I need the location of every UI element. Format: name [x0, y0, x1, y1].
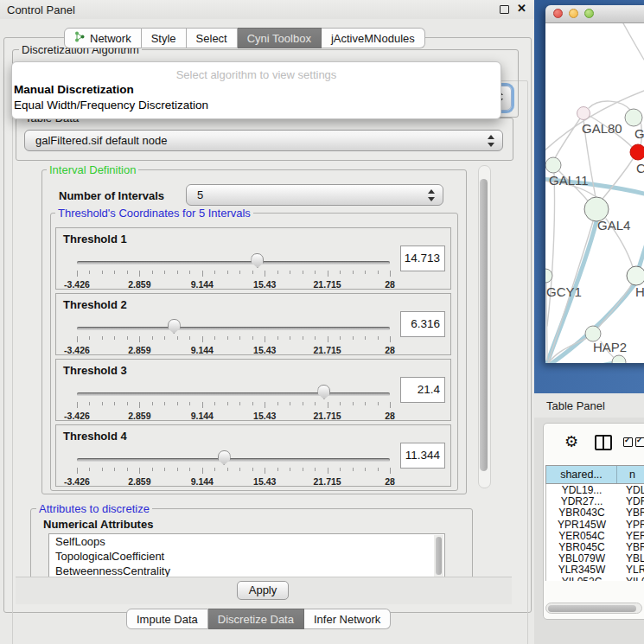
table-row[interactable]: YDL19...YDL1 — [546, 484, 644, 495]
table-data-combo[interactable]: galFiltered.sif default node — [24, 130, 503, 151]
tick-mark — [227, 336, 228, 340]
tab-select[interactable]: Select — [187, 28, 238, 48]
vertical-scrollbar[interactable] — [478, 165, 491, 488]
bottom-node[interactable] — [612, 355, 626, 363]
table-row[interactable]: YBR043CYBR0 — [546, 507, 644, 518]
tab-label: Select — [196, 32, 227, 45]
float-window-icon[interactable] — [500, 5, 509, 14]
table-header-row: shared... n — [545, 465, 644, 484]
table-row[interactable]: YBL079WYBL0 — [546, 552, 644, 564]
threshold-3-panel: Threshold 3-3.4262.8599.14415.4321.71528… — [55, 359, 451, 421]
tick-mark — [277, 468, 278, 471]
h-node[interactable] — [627, 266, 644, 285]
table-row[interactable]: YDR27...YDR2 — [546, 495, 644, 507]
gear-icon[interactable]: ⚙ — [564, 432, 578, 451]
tick-mark — [164, 336, 165, 340]
tick-mark — [127, 402, 128, 405]
threshold-value-field[interactable]: 11.344 — [400, 443, 445, 469]
list-scrollbar[interactable] — [434, 535, 443, 577]
checkbox-icon[interactable] — [623, 437, 633, 447]
threshold-value-field[interactable]: 14.713 — [400, 245, 445, 271]
tick-mark — [239, 402, 240, 405]
slider-thumb[interactable] — [317, 385, 330, 399]
network-canvas[interactable]: GAL80GACGAL11GAL4GCY1HHAP2 — [545, 23, 644, 363]
tab-label: Network — [90, 32, 131, 45]
algorithm-option-manual-discretization[interactable]: Manual Discretization — [14, 83, 499, 96]
gal11-node[interactable] — [545, 157, 561, 173]
slider-thumb[interactable] — [168, 319, 181, 334]
column-header-name[interactable]: n — [617, 466, 644, 483]
network-edge[interactable] — [603, 159, 633, 199]
close-traffic-light-icon[interactable] — [553, 9, 563, 18]
tick-label: 15.43 — [253, 476, 276, 487]
tick-mark — [177, 336, 178, 340]
scrollbar-thumb[interactable] — [480, 179, 488, 471]
close-icon[interactable]: ✕ — [517, 2, 526, 15]
table-row[interactable]: YER054CYER0 — [546, 530, 644, 541]
algorithm-option-equal-width-frequency-discretization[interactable]: Equal Width/Frequency Discretization — [14, 99, 499, 112]
list-item[interactable]: TopologicalCoefficient — [49, 549, 444, 564]
threshold-slider[interactable]: -3.4262.8599.14415.4321.71528 — [77, 448, 390, 488]
tab-infer-network[interactable]: Infer Network — [304, 609, 391, 629]
slider-thumb[interactable] — [251, 253, 264, 268]
tick-mark — [189, 468, 190, 471]
tick-mark — [315, 402, 316, 405]
tick-mark — [152, 336, 153, 340]
node-label: H — [635, 284, 644, 299]
tab-style[interactable]: Style — [142, 28, 187, 48]
tab-label: Cyni Toolbox — [247, 32, 311, 45]
gal80-node[interactable] — [577, 107, 590, 120]
tick-mark — [290, 336, 290, 340]
tab-label: Impute Data — [137, 613, 198, 626]
tab-cyni-toolbox[interactable]: Cyni Toolbox — [238, 28, 322, 48]
red-node[interactable] — [630, 144, 644, 160]
tick-mark — [152, 402, 153, 405]
slider-ticks — [77, 271, 390, 277]
table-row[interactable]: YLR345WYLR3 — [546, 564, 644, 575]
minimize-traffic-light-icon[interactable] — [569, 9, 578, 18]
apply-button[interactable]: Apply — [237, 581, 289, 600]
tick-mark — [214, 468, 215, 471]
slider-tick-labels: -3.4262.8599.14415.4321.71528 — [77, 279, 390, 290]
network-edge[interactable] — [623, 23, 644, 60]
threshold-value-field[interactable]: 6.316 — [400, 311, 445, 337]
tab-jactivemnodules[interactable]: jActiveMNodules — [322, 28, 425, 48]
cell-shared-name: YER054C — [546, 530, 617, 541]
tick-mark — [290, 271, 290, 274]
threshold-slider[interactable]: -3.4262.8599.14415.4321.71528 — [77, 316, 390, 356]
number-of-intervals-spinner[interactable]: 5 — [186, 184, 443, 206]
table-row[interactable]: YPR145WYPR1 — [546, 519, 644, 530]
tick-mark — [390, 402, 391, 408]
table-row[interactable]: YBR045CYBR0 — [546, 541, 644, 552]
numerical-attributes-list[interactable]: SelfLoopsTopologicalCoefficientBetweenne… — [48, 533, 445, 578]
slider-track — [77, 392, 390, 396]
table-row[interactable]: YIL052CYIL0 — [546, 576, 644, 582]
horizontal-scrollbar[interactable] — [545, 603, 642, 614]
tick-mark — [102, 402, 103, 405]
node-label: GCY1 — [546, 284, 582, 299]
network-edge[interactable] — [639, 227, 644, 268]
top-right-node[interactable] — [625, 109, 642, 126]
node-label: GAL11 — [549, 173, 589, 188]
zoom-traffic-light-icon[interactable] — [584, 9, 594, 18]
tab-discretize-data[interactable]: Discretize Data — [208, 609, 304, 629]
tab-network[interactable]: Network — [64, 28, 142, 48]
threshold-slider[interactable]: -3.4262.8599.14415.4321.71528 — [77, 251, 390, 290]
tab-impute-data[interactable]: Impute Data — [126, 609, 208, 629]
slider-thumb[interactable] — [218, 450, 231, 465]
network-edge[interactable] — [547, 173, 555, 326]
tick-mark — [77, 336, 78, 342]
tick-mark — [265, 271, 265, 277]
threshold-slider[interactable]: -3.4262.8599.14415.4321.71528 — [77, 382, 390, 422]
thresholds-group-label: Threshold's Coordinates for 5 Intervals — [55, 207, 253, 219]
column-header-shared-name[interactable]: shared... — [546, 466, 617, 483]
tab-label: Infer Network — [314, 613, 380, 626]
control-panel-titlebar: Control Panel ✕ — [0, 0, 534, 19]
split-view-icon[interactable] — [595, 435, 612, 450]
slider-tick-labels: -3.4262.8599.14415.4321.71528 — [77, 345, 390, 355]
threshold-value-field[interactable]: 21.4 — [400, 377, 445, 403]
tick-mark — [378, 468, 379, 471]
tick-label: 9.144 — [191, 279, 214, 290]
list-item[interactable]: SelfLoops — [49, 534, 444, 549]
checkbox-icon[interactable] — [635, 437, 644, 447]
